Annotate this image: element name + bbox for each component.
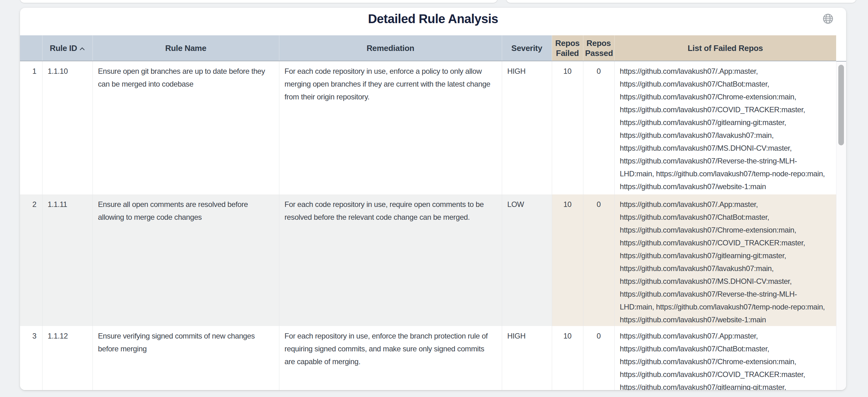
severity-cell: LOW xyxy=(502,194,552,326)
detailed-rule-analysis-card: Detailed Rule Analysis Rule ID Rule Nam xyxy=(20,8,846,390)
rules-table: Rule ID Rule Name Remediation Severity R… xyxy=(20,35,836,390)
vertical-scrollbar[interactable] xyxy=(836,61,846,390)
column-header-rule-name[interactable]: Rule Name xyxy=(92,35,279,61)
repos-passed-cell: 0 xyxy=(583,61,614,194)
page: { "title": "Detailed Rule Analysis", "co… xyxy=(0,0,868,397)
column-header-repos-passed[interactable]: Repos Passed xyxy=(583,35,614,61)
failed-repos-cell: https://github.com/lavakush07/.App:maste… xyxy=(614,194,836,326)
severity-cell: HIGH xyxy=(502,326,552,390)
rule-id-cell: 1.1.10 xyxy=(42,61,92,194)
row-index-cell: 3 xyxy=(20,326,42,390)
card-above-right xyxy=(506,0,856,3)
sort-ascending-icon xyxy=(80,43,85,53)
globe-button[interactable] xyxy=(821,12,835,26)
repos-passed-cell: 0 xyxy=(583,194,614,326)
rule-name-cell: Ensure verifying signed commits of new c… xyxy=(92,326,279,390)
scrollbar-thumb[interactable] xyxy=(838,65,844,145)
failed-repos-cell: https://github.com/lavakush07/.App:maste… xyxy=(614,61,836,194)
repos-failed-cell: 10 xyxy=(552,326,583,390)
column-header-rule-id[interactable]: Rule ID xyxy=(42,35,92,61)
severity-cell: HIGH xyxy=(502,61,552,194)
column-header-repos-failed[interactable]: Repos Failed xyxy=(552,35,583,61)
table-row: 1 1.1.10 Ensure open git branches are up… xyxy=(20,61,836,194)
rule-id-cell: 1.1.11 xyxy=(42,194,92,326)
table-row: 2 1.1.11 Ensure all open comments are re… xyxy=(20,194,836,326)
column-header-remediation[interactable]: Remediation xyxy=(279,35,502,61)
repos-passed-cell: 0 xyxy=(583,326,614,390)
column-header-index xyxy=(20,35,42,61)
remediation-cell: For each code repository in use, require… xyxy=(279,194,502,326)
rule-name-cell: Ensure all open comments are resolved be… xyxy=(92,194,279,326)
row-index-cell: 2 xyxy=(20,194,42,326)
page-title: Detailed Rule Analysis xyxy=(20,12,846,26)
remediation-cell: For each code repository in use, enforce… xyxy=(279,61,502,194)
table-row: 3 1.1.12 Ensure verifying signed commits… xyxy=(20,326,836,390)
globe-icon xyxy=(822,13,834,25)
column-header-severity[interactable]: Severity xyxy=(502,35,552,61)
card-above-left xyxy=(20,0,497,3)
repos-failed-cell: 10 xyxy=(552,194,583,326)
column-header-failed-repos-list[interactable]: List of Failed Repos xyxy=(614,35,836,61)
rule-name-cell: Ensure open git branches are up to date … xyxy=(92,61,279,194)
remediation-cell: For each repository in use, enforce the … xyxy=(279,326,502,390)
column-header-rule-id-label: Rule ID xyxy=(50,43,77,53)
header-row: Rule ID Rule Name Remediation Severity R… xyxy=(20,35,836,61)
failed-repos-cell: https://github.com/lavakush07/.App:maste… xyxy=(614,326,836,390)
rule-id-cell: 1.1.12 xyxy=(42,326,92,390)
repos-failed-cell: 10 xyxy=(552,61,583,194)
row-index-cell: 1 xyxy=(20,61,42,194)
